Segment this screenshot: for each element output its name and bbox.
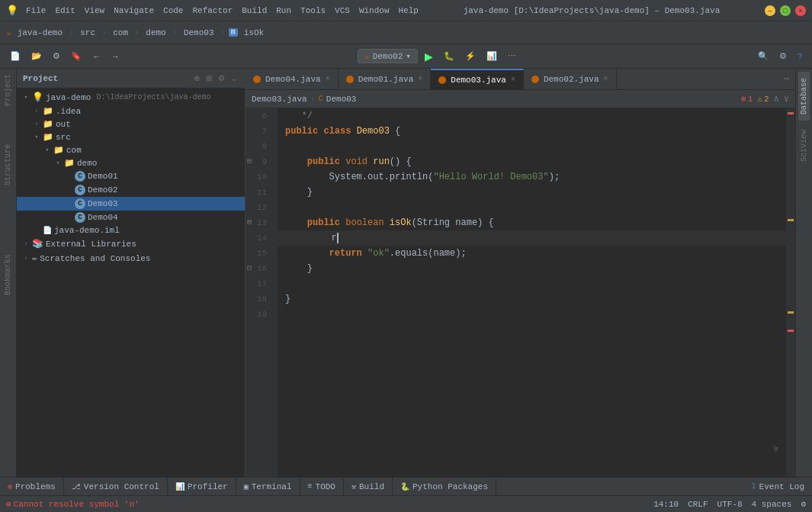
menu-code[interactable]: Code	[163, 6, 183, 15]
nav-java-demo[interactable]: java-demo	[14, 27, 66, 39]
nav-down-icon[interactable]: ∨	[784, 93, 789, 105]
help-button[interactable]: ?	[794, 50, 806, 63]
menu-bar[interactable]: File Edit View Navigate Code Refactor Bu…	[26, 6, 419, 15]
tree-demo02[interactable]: C Demo02	[17, 183, 245, 197]
status-settings-icon[interactable]: ⚙	[801, 499, 806, 509]
ide-settings-button[interactable]: ⚙	[775, 49, 791, 63]
menu-help[interactable]: Help	[399, 6, 419, 15]
bottom-tab-python[interactable]: 🐍 Python Packages	[393, 478, 496, 495]
tree-external-libs[interactable]: › 📚 External Libraries	[17, 237, 245, 251]
nav-demo[interactable]: demo	[143, 27, 168, 39]
line-num-19: 19	[246, 307, 271, 322]
panel-settings-button[interactable]: ⚙	[217, 72, 226, 84]
bottom-tab-problems[interactable]: ⊗ Problems	[0, 478, 64, 495]
code-content[interactable]: */ public class Demo03 { public void run…	[278, 108, 786, 477]
tree-root[interactable]: ▾ 💡 java-demo D:\IdeaProjects\java-demo	[17, 90, 245, 105]
tree-src-folder[interactable]: ▾ 📁 src	[17, 130, 245, 143]
bottom-tab-profiler[interactable]: 📊 Profiler	[168, 478, 236, 495]
tree-scratches[interactable]: › ✏ Scratches and Consoles	[17, 251, 245, 266]
profile-button[interactable]: 📊	[483, 49, 501, 63]
l14-t1: r	[287, 230, 337, 246]
tab-demo01[interactable]: Demo01.java ×	[339, 69, 432, 89]
menu-window[interactable]: Window	[359, 6, 390, 15]
bookmarks-tool-icon[interactable]: Bookmarks	[2, 252, 14, 298]
maximize-button[interactable]: □	[780, 5, 791, 16]
nav-isok[interactable]: isOk	[241, 27, 267, 39]
run-button[interactable]: ▶	[421, 48, 437, 65]
project-panel-title: Project	[23, 74, 189, 83]
code-line-10: System.out.println("Hello World! Demo03"…	[278, 169, 786, 185]
line-16-gutter: ⊟	[247, 261, 252, 276]
menu-file[interactable]: File	[26, 6, 46, 15]
tab-demo04-close[interactable]: ×	[326, 75, 330, 83]
nav-sep-1: ›	[69, 27, 74, 38]
tree-demo03[interactable]: C Demo03	[17, 197, 245, 211]
nav-forward-button[interactable]: →	[108, 50, 124, 63]
tree-demo-folder[interactable]: ▾ 📁 demo	[17, 156, 245, 169]
bookmark-button[interactable]: 🔖	[67, 49, 85, 63]
menu-edit[interactable]: Edit	[55, 6, 75, 15]
nav-src[interactable]: src	[77, 27, 98, 39]
close-button[interactable]: ×	[795, 5, 806, 16]
left-tool-strip: Project Structure Bookmarks	[0, 69, 17, 477]
profiler-icon: 📊	[175, 482, 185, 491]
panel-layout-button[interactable]: ⊞	[204, 72, 213, 84]
coverage-button[interactable]: ⚡	[461, 49, 480, 63]
bottom-tab-todo[interactable]: ≡ TODO	[300, 478, 344, 495]
minimize-button[interactable]: –	[765, 5, 775, 16]
project-tool-icon[interactable]: Project	[2, 72, 14, 108]
menu-build[interactable]: Build	[242, 6, 267, 15]
right-tab-database[interactable]: Database	[798, 72, 810, 121]
code-line-19	[278, 307, 786, 322]
run-config-dropdown-icon[interactable]: ▾	[406, 51, 411, 61]
nav-back-button[interactable]: ←	[88, 50, 104, 63]
menu-tools[interactable]: Tools	[300, 6, 326, 15]
tabs-more-button[interactable]: ⋯	[778, 69, 795, 89]
nav-project[interactable]: ☕	[6, 27, 11, 37]
tree-demo01[interactable]: C Demo01	[17, 169, 245, 183]
tab-demo02[interactable]: Demo02.java ×	[524, 69, 617, 89]
run-configuration[interactable]: ☕ Demo02 ▾	[358, 49, 418, 63]
status-indent[interactable]: 4 spaces	[752, 500, 792, 509]
bottom-tab-vcs[interactable]: ⎇ Version Control	[64, 478, 168, 495]
menu-run[interactable]: Run	[276, 6, 291, 15]
tab-demo01-close[interactable]: ×	[418, 75, 422, 83]
code-editor[interactable]: 6 7 8 ⊞ 9 10 11 12	[246, 108, 795, 477]
settings-button[interactable]: ⚙	[49, 49, 64, 63]
bottom-tab-eventlog[interactable]: 1 Event Log	[744, 478, 812, 495]
bottom-tab-build[interactable]: ⚒ Build	[344, 478, 393, 495]
tab-demo02-close[interactable]: ×	[604, 75, 608, 83]
new-file-button[interactable]: 📄	[6, 49, 24, 63]
window-controls[interactable]: – □ ×	[765, 5, 806, 16]
open-file-button[interactable]: 📂	[27, 49, 46, 63]
nav-com[interactable]: com	[110, 27, 131, 39]
menu-view[interactable]: View	[85, 6, 104, 15]
tab-demo03-close[interactable]: ×	[511, 76, 515, 84]
more-button[interactable]: ⋯	[504, 49, 520, 63]
nav-demo03[interactable]: Demo03	[181, 27, 217, 39]
menu-navigate[interactable]: Navigate	[114, 6, 154, 15]
window-title: java-demo [D:\IdeaProjects\java-demo] – …	[425, 6, 759, 15]
structure-tool-icon[interactable]: Structure	[2, 142, 14, 188]
tree-out-folder[interactable]: › 📁 out	[17, 118, 245, 130]
menu-vcs[interactable]: VCS	[335, 6, 350, 15]
menu-refactor[interactable]: Refactor	[192, 6, 233, 15]
l9-t1: public	[307, 154, 345, 169]
tab-demo04[interactable]: Demo04.java ×	[246, 69, 339, 89]
panel-add-button[interactable]: ⊕	[192, 72, 201, 84]
status-encoding[interactable]: UTF-8	[717, 500, 743, 509]
status-line-ending[interactable]: CRLF	[688, 500, 708, 509]
search-everywhere-button[interactable]: 🔍	[754, 49, 772, 63]
panel-close-button[interactable]: ⌄	[229, 72, 239, 84]
bottom-tab-terminal[interactable]: ▣ Terminal	[236, 478, 300, 495]
debug-button[interactable]: 🐛	[440, 49, 458, 63]
tree-com-folder[interactable]: ▾ 📁 com	[17, 143, 245, 156]
tree-iml-file[interactable]: 📄 java-demo.iml	[17, 224, 245, 237]
title-bar: 💡 File Edit View Navigate Code Refactor …	[0, 0, 812, 21]
tab-demo03[interactable]: Demo03.java ×	[431, 69, 524, 89]
tree-idea-folder[interactable]: › 📁 .idea	[17, 105, 245, 118]
status-position[interactable]: 14:10	[653, 500, 679, 509]
nav-up-icon[interactable]: ∧	[774, 93, 779, 105]
tree-demo04[interactable]: C Demo04	[17, 211, 245, 224]
right-tab-sciview[interactable]: SciView	[798, 124, 810, 168]
